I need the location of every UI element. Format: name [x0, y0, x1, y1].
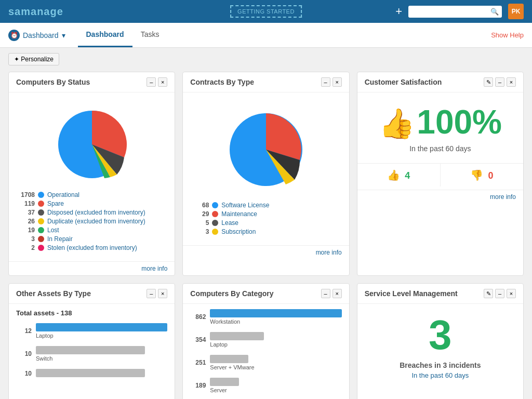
- legend-lease: 5 Lease: [190, 219, 341, 227]
- close-button[interactable]: ×: [507, 289, 516, 298]
- minimize-button[interactable]: –: [495, 289, 504, 298]
- lease-label[interactable]: Lease: [221, 219, 238, 227]
- brand-link[interactable]: ⏰ Dashboard ▾: [8, 30, 65, 41]
- minimize-button[interactable]: –: [321, 77, 330, 87]
- legend-lost: 19 Lost: [16, 227, 167, 234]
- logo-text: samanage: [8, 6, 63, 17]
- bar-laptop: 12 Laptop: [16, 323, 167, 339]
- customer-satisfaction-controls: ✎ – ×: [484, 77, 516, 87]
- negative-number: 0: [488, 170, 493, 181]
- user-avatar[interactable]: PK: [508, 4, 524, 19]
- minimize-button[interactable]: –: [495, 77, 504, 87]
- bar-workstation-wrap: Workstation: [210, 309, 341, 325]
- bar-laptop-cat-bar: [210, 332, 264, 340]
- tab-tasks[interactable]: Tasks: [132, 23, 168, 47]
- service-level-header: Service Level Management ✎ – ×: [357, 284, 523, 304]
- contracts-type-more-info[interactable]: more info: [183, 245, 349, 259]
- bar-laptop-bar: [36, 323, 167, 331]
- edit-button[interactable]: ✎: [484, 289, 493, 298]
- minimize-button[interactable]: –: [147, 77, 156, 87]
- close-button[interactable]: ×: [332, 77, 342, 87]
- add-button[interactable]: +: [395, 6, 402, 17]
- computers-by-status-legend: 1708 Operational 119 Spare 37 Disposed (…: [16, 191, 167, 251]
- subscription-label[interactable]: Subscription: [221, 228, 256, 235]
- other-assets-title: Other Assets By Type: [16, 289, 91, 298]
- dashboard-grid: Computers By Status – ×: [8, 72, 524, 399]
- bar-other: 10: [16, 369, 167, 378]
- duplicate-label[interactable]: Duplicate (excluded from inventory): [47, 218, 145, 225]
- minimize-button[interactable]: –: [321, 289, 330, 298]
- legend-maintenance: 29 Maintenance: [190, 210, 341, 218]
- bar-server-vmware-label: Server + VMware: [210, 364, 341, 370]
- bar-other-bar: [36, 369, 145, 377]
- main-content: ✦ Personalize Computers By Status – ×: [0, 48, 532, 399]
- computers-status-more-info[interactable]: more info: [9, 261, 175, 275]
- inrepair-label[interactable]: In Repair: [47, 235, 73, 243]
- bar-laptop-label: Laptop: [36, 332, 167, 339]
- slm-subtitle: In the past 60 days: [363, 371, 518, 379]
- close-button[interactable]: ×: [332, 289, 342, 298]
- bar-laptop-cat-wrap: Laptop: [210, 332, 341, 348]
- sub-navigation: ⏰ Dashboard ▾ Dashboard Tasks Show Help: [0, 23, 532, 48]
- close-button[interactable]: ×: [158, 77, 167, 87]
- legend-disposed: 37 Disposed (excluded from inventory): [16, 209, 167, 216]
- search-icon: 🔍: [490, 8, 499, 16]
- computers-by-status-title: Computers By Status: [16, 78, 90, 86]
- minimize-button[interactable]: –: [147, 289, 156, 298]
- getting-started-button[interactable]: GETTING STARTED: [230, 5, 302, 18]
- contracts-by-type-header: Contracts By Type – ×: [183, 72, 349, 92]
- bar-server-label: Server: [210, 387, 341, 393]
- negative-icon: 👎: [470, 169, 483, 181]
- computers-by-status-widget: Computers By Status – ×: [8, 72, 175, 276]
- duplicate-dot: [38, 218, 44, 224]
- computers-by-status-header: Computers By Status – ×: [9, 72, 175, 92]
- software-license-label[interactable]: Software License: [221, 202, 269, 209]
- other-assets-body: Total assets - 138 12 Laptop 10 Switch: [9, 304, 175, 391]
- computers-by-category-controls: – ×: [321, 289, 342, 298]
- computers-by-status-controls: – ×: [147, 77, 167, 87]
- close-button[interactable]: ×: [507, 77, 516, 87]
- satisfaction-subtitle: In the past 60 days: [363, 144, 518, 153]
- computers-by-status-body: 1708 Operational 119 Spare 37 Disposed (…: [9, 92, 175, 258]
- assets-total: Total assets - 138: [16, 309, 167, 317]
- computers-by-category-title: Computers By Category: [190, 289, 273, 298]
- satisfaction-more-info[interactable]: more info: [357, 190, 523, 204]
- positive-icon: 👍: [387, 169, 400, 181]
- satisfaction-split: 👍 4 👎 0: [357, 163, 523, 187]
- top-navigation: samanage GETTING STARTED + 🔍 PK: [0, 0, 532, 23]
- brand-chevron: ▾: [62, 31, 65, 39]
- disposed-label[interactable]: Disposed (excluded from inventory): [47, 209, 145, 216]
- close-button[interactable]: ×: [158, 289, 167, 298]
- spare-dot: [38, 201, 44, 207]
- edit-button[interactable]: ✎: [484, 77, 493, 87]
- lease-dot: [212, 220, 218, 226]
- bar-laptop-cat-label: Laptop: [210, 341, 341, 348]
- thumbs-up-icon: 👍: [379, 107, 415, 140]
- subscription-dot: [212, 229, 218, 235]
- search-input[interactable]: [413, 8, 490, 16]
- bar-switch-bar: [36, 346, 145, 354]
- contracts-pie-chart: [190, 103, 341, 196]
- spare-label[interactable]: Spare: [47, 200, 64, 207]
- customer-satisfaction-title: Customer Satisfaction: [365, 78, 442, 86]
- stolen-dot: [38, 245, 44, 251]
- other-assets-header: Other Assets By Type – ×: [9, 284, 175, 304]
- logo: samanage: [8, 6, 63, 18]
- positive-count: 👍 4: [357, 164, 441, 187]
- maintenance-label[interactable]: Maintenance: [221, 210, 257, 218]
- operational-label[interactable]: Operational: [47, 191, 79, 198]
- legend-spare: 119 Spare: [16, 200, 167, 207]
- tab-dashboard[interactable]: Dashboard: [78, 23, 132, 47]
- legend-operational: 1708 Operational: [16, 191, 167, 198]
- legend-software-license: 68 Software License: [190, 202, 341, 209]
- operational-dot: [38, 192, 44, 198]
- contracts-by-type-legend: 68 Software License 29 Maintenance 5 Lea…: [190, 202, 341, 235]
- bar-server-wrap: Server: [210, 378, 341, 393]
- service-level-widget: Service Level Management ✎ – × 3 Breache…: [357, 283, 524, 399]
- customer-satisfaction-widget: Customer Satisfaction ✎ – × 👍 100% In th…: [357, 72, 524, 276]
- stolen-label[interactable]: Stolen (excluded from inventory): [47, 244, 137, 251]
- show-help-link[interactable]: Show Help: [491, 31, 524, 39]
- personalize-button[interactable]: ✦ Personalize: [8, 53, 59, 65]
- lost-label[interactable]: Lost: [47, 227, 59, 234]
- software-license-dot: [212, 202, 218, 208]
